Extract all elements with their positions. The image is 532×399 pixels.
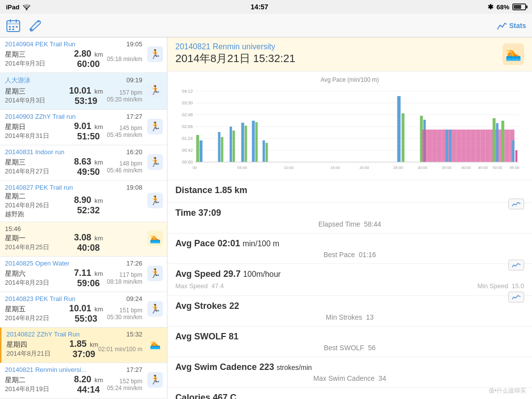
best-swolf-stat: Best SWOLF 56 bbox=[175, 344, 524, 352]
activity-unit: km bbox=[95, 51, 103, 58]
activity-date: 2014年8月27日 bbox=[5, 167, 74, 176]
avg-strokes-section: Avg Strokes 22 Min Strokes 13 bbox=[167, 296, 532, 327]
min-strokes-stat: Min Strokes 13 bbox=[175, 313, 524, 321]
activity-link[interactable]: 20140827 PEK Trail run bbox=[5, 184, 73, 191]
activity-link[interactable]: 20140822 ZZhY Trail Run bbox=[6, 331, 80, 338]
svg-text:🏊: 🏊 bbox=[505, 46, 522, 62]
run-activity-icon: 🏃 bbox=[147, 372, 163, 388]
best-pace-stat: Best Pace 01:16 bbox=[175, 251, 524, 259]
list-item[interactable]: 20140821 Renmin universi... 17:27 星期二 20… bbox=[0, 363, 167, 399]
activity-bpm: 151 bpm bbox=[103, 307, 142, 314]
ipad-label: iPad bbox=[6, 3, 19, 11]
time-section: Time 37:09 Elapsed Time 58:44 bbox=[167, 203, 532, 233]
run-activity-icon: 🏃 bbox=[147, 154, 163, 170]
run-activity-icon: 🏃 bbox=[147, 119, 163, 134]
activity-link[interactable]: 20140821 Renmin universi... bbox=[5, 366, 87, 373]
svg-text:🏃: 🏃 bbox=[150, 374, 161, 385]
activity-date: 2014年8月23日 bbox=[5, 278, 74, 287]
svg-text:15:00: 15:00 bbox=[331, 166, 340, 170]
list-item[interactable]: 20140831 Indoor run 16:20 星期三 2014年8月27日… bbox=[0, 145, 167, 181]
list-item[interactable]: 15:46 星期一 2014年8月25日 3.08 km 40:08 🏊 bbox=[0, 222, 167, 257]
activity-bpm: 117 bpm bbox=[103, 271, 142, 278]
activity-duration: 60:00 bbox=[74, 59, 103, 69]
activity-date: 2014年9月3日 bbox=[5, 96, 69, 105]
svg-text:00:42: 00:42 bbox=[182, 148, 193, 153]
svg-text:40:00: 40:00 bbox=[461, 166, 471, 170]
avg-swolf-section: Avg SWOLF 81 Best SWOLF 56 bbox=[167, 327, 532, 357]
activity-bpm: 148 bpm bbox=[103, 160, 142, 167]
activity-day: 星期三 bbox=[5, 50, 74, 59]
svg-text:55:00: 55:00 bbox=[510, 166, 520, 170]
svg-rect-8 bbox=[9, 29, 11, 30]
run-activity-icon: 🏃 bbox=[147, 82, 163, 98]
svg-rect-68 bbox=[245, 126, 247, 162]
activity-unit: km bbox=[95, 159, 103, 166]
min-speed-label: Min Speed 15.0 bbox=[477, 282, 524, 290]
svg-text:10:00: 10:00 bbox=[284, 166, 294, 170]
activity-time-small: 17:27 bbox=[126, 113, 142, 120]
swim-large-icon: 🏊 bbox=[502, 43, 524, 65]
svg-rect-74 bbox=[401, 113, 404, 162]
list-item[interactable]: 20140903 ZZhY Trail run 17:27 星期日 2014年8… bbox=[0, 110, 167, 145]
activity-day: 星期一 bbox=[5, 234, 74, 243]
activity-pace: 08:18 min/km bbox=[103, 278, 142, 285]
activity-pace: 05:46 min/km bbox=[103, 167, 142, 174]
svg-text:03:30: 03:30 bbox=[182, 100, 193, 105]
distance-chart-button[interactable] bbox=[508, 199, 524, 209]
avg-speed-chart-button[interactable] bbox=[508, 292, 524, 302]
activity-special-label: 越野跑 bbox=[5, 210, 74, 219]
activity-link[interactable]: 20140831 Indoor run bbox=[5, 148, 65, 156]
list-item[interactable]: 人大游泳 09:19 星期三 2014年9月3日 10.01 km 53:19 … bbox=[0, 73, 167, 110]
activity-unit: km bbox=[95, 197, 103, 204]
activity-duration: 59:06 bbox=[74, 278, 103, 289]
svg-rect-6 bbox=[12, 26, 14, 28]
activity-pace: 05:18 min/km bbox=[103, 56, 142, 63]
svg-rect-61 bbox=[196, 135, 199, 162]
activity-distance: 8.20 bbox=[74, 374, 91, 384]
distance-section: Distance 1.85 km bbox=[167, 180, 532, 203]
activity-date: 2014年8月19日 bbox=[5, 385, 74, 394]
list-item[interactable]: 20140823 PEK Trail Run 09:24 星期五 2014年8月… bbox=[0, 292, 167, 328]
activity-distance: 8.63 bbox=[74, 157, 91, 166]
activity-unit: km bbox=[95, 376, 103, 384]
calendar-button[interactable] bbox=[6, 18, 21, 33]
list-item[interactable]: 20140827 PEK Trail run 19:08 星期二 2014年8月… bbox=[0, 181, 167, 222]
calories-stat: Calories 467 C bbox=[175, 393, 524, 399]
chart-svg: 04:12 03:30 02:48 02:06 01:24 00:42 00:0… bbox=[175, 86, 524, 175]
list-item[interactable]: 20140825 Open Water 17:26 星期六 2014年8月23日… bbox=[0, 257, 167, 292]
detail-title: 20140821 Renmin university bbox=[175, 42, 295, 51]
activity-unit: km bbox=[90, 341, 98, 348]
activity-time-small: 09:19 bbox=[126, 76, 142, 84]
battery-percent: 68% bbox=[497, 3, 509, 11]
settings-button[interactable] bbox=[29, 19, 42, 33]
list-item-selected[interactable]: 20140822 ZZhY Trail Run 15:32 星期四 2014年8… bbox=[0, 328, 167, 363]
activity-link[interactable]: 20140825 Open Water bbox=[5, 260, 69, 267]
run-activity-icon: 🏃 bbox=[147, 193, 163, 208]
activity-pace: 05:24 min/km bbox=[103, 385, 142, 392]
avg-pace-chart-button[interactable] bbox=[508, 260, 524, 270]
svg-rect-65 bbox=[230, 127, 232, 162]
svg-rect-62 bbox=[200, 140, 202, 162]
activity-link[interactable]: 20140903 ZZhY Trail run bbox=[5, 113, 76, 120]
svg-text:🏃: 🏃 bbox=[150, 157, 161, 167]
activity-distance: 3.08 bbox=[74, 233, 91, 242]
activity-unit: km bbox=[95, 88, 103, 95]
activity-date: 2014年8月21日 bbox=[6, 349, 69, 358]
run-activity-icon: 🏃 bbox=[147, 301, 163, 317]
activity-date: 2014年8月31日 bbox=[5, 132, 74, 140]
activity-link[interactable]: 20140823 PEK Trail Run bbox=[5, 295, 75, 302]
activity-unit: km bbox=[95, 234, 103, 242]
activity-duration: 44:14 bbox=[74, 385, 103, 395]
avg-pace-section: Avg Pace 02:01 min/100 m Best Pace 01:16 bbox=[167, 233, 532, 264]
activity-day: 星期日 bbox=[5, 123, 74, 132]
svg-rect-70 bbox=[255, 122, 258, 162]
calendar-icon bbox=[6, 18, 21, 33]
activity-pace: 05:20 min/km bbox=[103, 96, 142, 103]
stats-label: Stats bbox=[509, 22, 526, 30]
svg-rect-73 bbox=[397, 96, 400, 162]
list-item[interactable]: 20140904 PEK Trail Run 19:05 星期三 2014年9月… bbox=[0, 37, 167, 73]
activity-time-small: 19:08 bbox=[126, 184, 142, 191]
activity-link[interactable]: 20140904 PEK Trail Run bbox=[5, 40, 75, 48]
svg-rect-97 bbox=[449, 130, 452, 162]
avg-speed-stat: Avg Speed 29.7 100m/hour bbox=[175, 269, 524, 279]
